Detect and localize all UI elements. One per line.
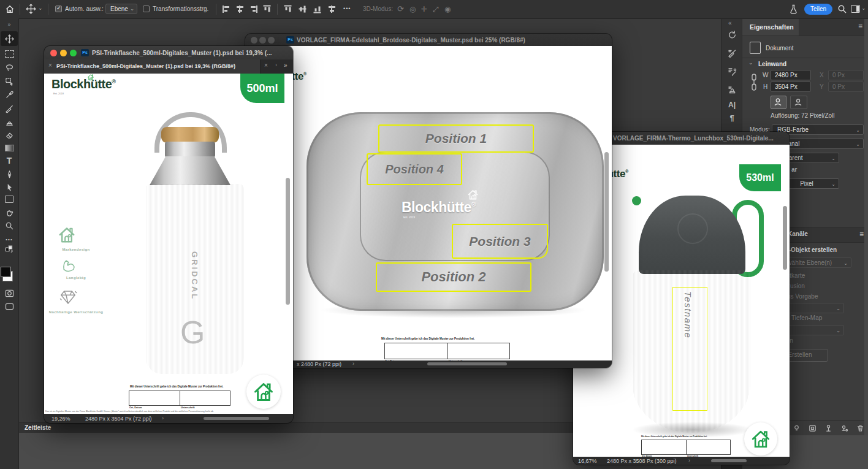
zoom-window-icon[interactable]: [70, 50, 77, 56]
tab-close-icon[interactable]: [48, 62, 52, 69]
distribute-top-icon[interactable]: [284, 6, 292, 13]
align-center-h-icon[interactable]: [236, 6, 244, 13]
brush-tool[interactable]: [0, 102, 18, 115]
light-icon[interactable]: [790, 422, 802, 434]
tab-kanaele[interactable]: Kanäle: [788, 231, 808, 237]
tool-preset-chevron-icon[interactable]: [38, 5, 43, 11]
thermo-horizontal-scrollbar[interactable]: [711, 459, 747, 462]
width-field[interactable]: 2480 Px: [771, 70, 811, 80]
tab-scroll-icon[interactable]: [275, 62, 277, 68]
clone-stamp-tool[interactable]: [0, 116, 18, 128]
lasso-tool[interactable]: [0, 61, 18, 74]
object-selection-tool[interactable]: [0, 75, 18, 87]
mesh-icon[interactable]: [822, 422, 834, 434]
close-window-icon[interactable]: [50, 50, 57, 56]
workspace-switcher-icon[interactable]: [851, 5, 860, 13]
align-left-icon[interactable]: [223, 6, 230, 13]
zoom-tool[interactable]: [0, 219, 18, 232]
close-window-icon[interactable]: [251, 37, 257, 44]
material-icon[interactable]: [838, 422, 850, 434]
history-panel-icon[interactable]: [721, 28, 742, 40]
distribute-bottom-icon[interactable]: [314, 6, 321, 13]
paragraph-panel-icon[interactable]: ¶: [721, 112, 742, 124]
path-selection-tool[interactable]: [0, 181, 18, 193]
align-top-icon[interactable]: [264, 6, 271, 13]
beta-flask-icon[interactable]: [788, 4, 799, 17]
bottle-disclaimer: Das ist ein Digitales Muster von der Fir…: [45, 410, 214, 413]
bottle-vertical-scrollbar[interactable]: [286, 178, 290, 305]
brush-presets-panel-icon[interactable]: [721, 65, 742, 77]
eyedropper-tool[interactable]: [0, 88, 18, 101]
quick-mask-icon[interactable]: [0, 287, 18, 299]
brotdose-horizontal-scrollbar[interactable]: [427, 362, 507, 365]
brush-settings-panel-icon[interactable]: [721, 47, 742, 59]
timeline-panel-label[interactable]: Zeitleiste: [25, 424, 51, 431]
foreground-color-swatch[interactable]: [1, 267, 11, 277]
gradient-tool[interactable]: [0, 142, 18, 154]
bottle-zoom-level[interactable]: 19,26%: [51, 416, 70, 422]
bottle-bamboo-lid: [161, 127, 219, 143]
clone-source-panel-icon[interactable]: [721, 83, 742, 96]
thermo-status-expand-icon[interactable]: [688, 457, 690, 463]
zoom-window-icon[interactable]: [268, 37, 275, 44]
auto-select-checkbox[interactable]: [55, 6, 62, 12]
personalization-area: Testname: [672, 287, 707, 411]
tab-eigenschaften[interactable]: Eigenschaften: [742, 18, 799, 36]
align-right-icon[interactable]: [249, 6, 257, 13]
shape-tool[interactable]: [0, 193, 18, 205]
bottle-status-expand-icon[interactable]: [162, 415, 164, 421]
environment-icon[interactable]: [806, 422, 818, 434]
tab-group-close-icon[interactable]: [264, 62, 268, 69]
brotdose-vertical-scrollbar[interactable]: [604, 152, 609, 272]
position-1-box[interactable]: Position 1: [378, 124, 534, 153]
position-3-box[interactable]: Position 3: [452, 224, 548, 259]
search-icon[interactable]: [837, 4, 847, 17]
move-tool-options-icon[interactable]: [26, 4, 36, 17]
minimize-window-icon[interactable]: [259, 37, 266, 44]
auto-select-dropdown[interactable]: Ebene: [105, 4, 137, 14]
distribute-vcenter-icon[interactable]: [299, 6, 306, 13]
type-tool[interactable]: T: [0, 154, 18, 167]
thermo-zoom-level[interactable]: 16,67%: [578, 458, 597, 464]
more-options-icon[interactable]: [343, 6, 351, 12]
distribute-hcenter-icon[interactable]: [328, 6, 336, 13]
document-tab-bar: PSI-Trinkflasche_500ml-Digitales_Muster …: [44, 59, 293, 74]
window-trinkflasche[interactable]: Ps PSI-Trinkflasche_500ml-Digitales_Must…: [44, 46, 293, 423]
tab-trinkflasche[interactable]: PSI-Trinkflasche_500ml-Digitales_Muster …: [44, 59, 261, 74]
trinkflasche-titlebar[interactable]: Ps PSI-Trinkflasche_500ml-Digitales_Must…: [44, 46, 293, 59]
tab-overflow-icon[interactable]: [284, 62, 287, 69]
window-brotdose[interactable]: Ps VORLAGE_FIRMA-Edelstahl_Brotdose-Digi…: [245, 34, 612, 368]
pen-tool[interactable]: [0, 168, 18, 180]
workspace-chevron-icon[interactable]: [861, 5, 866, 11]
minimize-window-icon[interactable]: [60, 50, 67, 56]
orientation-portrait-button[interactable]: [771, 96, 786, 109]
swap-colors-icon[interactable]: [0, 243, 18, 255]
collapse-panels-icon[interactable]: [728, 20, 732, 26]
eraser-tool[interactable]: [0, 129, 18, 141]
hand-tool[interactable]: [0, 206, 18, 218]
leinwand-collapse-icon[interactable]: [748, 59, 753, 66]
share-button[interactable]: Teilen: [804, 4, 832, 15]
bottle-horizontal-scrollbar[interactable]: [204, 417, 269, 420]
brotdose-signature-box: [384, 343, 510, 359]
orientation-landscape-button[interactable]: [790, 96, 807, 109]
marquee-tool[interactable]: [0, 48, 18, 60]
link-dimensions-icon[interactable]: [750, 72, 758, 94]
transform-controls-checkbox[interactable]: [143, 6, 150, 12]
brotdose-titlebar[interactable]: Ps VORLAGE_FIRMA-Edelstahl_Brotdose-Digi…: [245, 34, 612, 46]
position-2-box[interactable]: Position 2: [376, 262, 531, 292]
move-tool[interactable]: [1, 31, 18, 46]
home-icon[interactable]: [5, 4, 15, 17]
channels-menu-icon[interactable]: [859, 230, 864, 238]
psd-file-icon: Ps: [81, 49, 89, 56]
brotdose-canvas[interactable]: Blockhütte® Blockhütte® Est. 2019 Positi…: [245, 46, 612, 360]
brotdose-status-expand-icon[interactable]: [352, 360, 354, 367]
position-4-box[interactable]: Position 4: [367, 153, 462, 185]
expand-tools-icon[interactable]: [0, 18, 18, 31]
trinkflasche-canvas[interactable]: Blockhütte® Est. 2018 500ml GRIDCAL G Ma…: [44, 74, 293, 414]
screen-mode-icon[interactable]: [0, 300, 18, 313]
character-panel-icon[interactable]: A|: [721, 99, 742, 111]
thermo-vertical-scrollbar[interactable]: [783, 206, 787, 270]
panel-menu-icon[interactable]: [858, 22, 862, 31]
height-field[interactable]: 3504 Px: [771, 82, 811, 92]
